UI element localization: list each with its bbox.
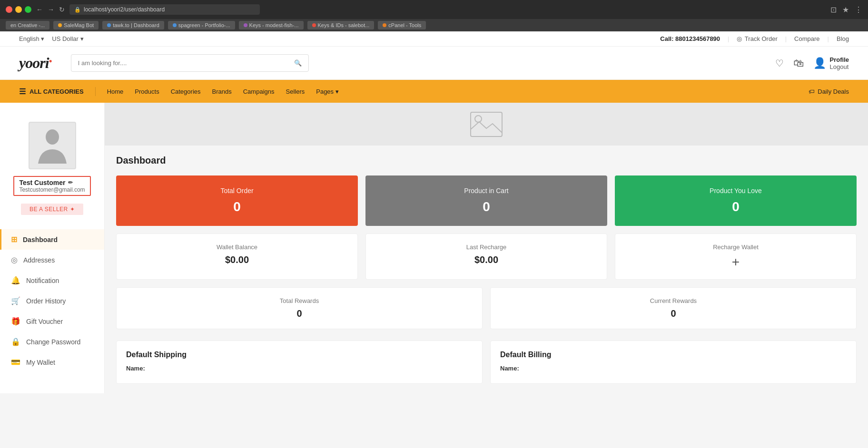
tab-6[interactable]: Keys & IDs - salebot... [307,21,375,29]
sidebar-item-gift-voucher[interactable]: 🎁 Gift Voucher [0,311,104,331]
daily-deals-link[interactable]: 🏷 Daily Deals [809,88,849,95]
header-icons: ♡ 🛍 👤 Profile Logout [775,56,849,70]
compare-link[interactable]: Compare [794,35,819,42]
nav-pages[interactable]: Pages ▾ [316,88,339,95]
recharge-wallet-plus[interactable]: + [625,254,847,270]
cart-icon[interactable]: 🛍 [793,57,804,69]
daily-deals-label: Daily Deals [818,88,849,95]
tab-6-label: Keys & IDs - salebot... [318,22,370,28]
logo[interactable]: yoori● [19,54,52,72]
nav-brands[interactable]: Brands [212,88,232,95]
search-input[interactable] [78,59,290,67]
close-btn[interactable] [6,6,12,13]
billing-name-label: Name: [500,365,519,372]
hamburger-icon: ☰ [19,87,26,96]
wallet-balance-label: Wallet Balance [126,243,348,251]
all-categories-button[interactable]: ☰ ALL CATEGORIES [19,87,96,96]
sidebar-label-my-wallet: My Wallet [26,359,55,366]
browser-bar: ← → ↻ 🔒 localhost/yoori2/user/dashboard … [0,0,868,19]
product-you-love-label: Product You Love [624,187,847,195]
lock-icon: 🔒 [74,7,81,13]
sidebar-label-change-password: Change Password [26,338,80,346]
track-order-link[interactable]: ◎ Track Order [737,35,777,42]
tab-7-icon [383,23,386,27]
shipping-name-label: Name: [126,365,145,372]
tab-7[interactable]: cPanel - Tools [378,21,426,29]
recharge-wallet-card[interactable]: Recharge Wallet + [615,234,857,280]
all-categories-label: ALL CATEGORIES [30,88,84,95]
wallet-balance-card: Wallet Balance $0.00 [116,234,358,280]
sidebar-item-my-wallet[interactable]: 💳 My Wallet [0,352,104,372]
nav-home[interactable]: Home [107,88,124,95]
utility-bar: English ▾ US Dollar ▾ Call: 880123456789… [0,31,868,47]
menu-icon[interactable]: ⋮ [855,5,862,14]
tab-1[interactable]: en Creative -... [6,21,49,29]
billing-name-field: Name: [500,365,847,372]
nav-products[interactable]: Products [135,88,159,95]
browser-controls [6,6,31,13]
tab-6-icon [312,23,316,27]
stat-card-product-in-cart: Product in Cart 0 [365,175,607,226]
stats-row: Total Order 0 Product in Cart 0 Product … [116,175,857,226]
tab-5-icon [244,23,247,27]
utility-left: English ▾ US Dollar ▾ [19,35,84,42]
reload-button[interactable]: ↻ [59,6,65,13]
sidebar-item-dashboard[interactable]: ⊞ Dashboard [0,229,104,250]
sidebar-item-notification[interactable]: 🔔 Notification [0,270,104,291]
default-billing-card: Default Billing Name: [490,341,857,384]
sidebar-label-dashboard: Dashboard [23,236,58,243]
banner-placeholder [105,103,868,146]
gift-voucher-icon: 🎁 [11,317,20,326]
product-in-cart-value: 0 [375,199,598,214]
tab-5[interactable]: Keys - modest-fish-... [239,21,304,29]
address-bar[interactable]: 🔒 localhost/yoori2/user/dashboard [69,4,260,15]
sidebar-item-order-history[interactable]: 🛒 Order History [0,291,104,311]
svg-point-0 [46,129,59,145]
search-icon[interactable]: 🔍 [294,59,302,67]
nav-sellers[interactable]: Sellers [286,88,305,95]
svg-point-2 [475,116,482,122]
total-rewards-value: 0 [126,308,473,319]
browser-tabs: en Creative -... SaleMag Bot tawk.to | D… [0,19,868,31]
sidebar-item-addresses[interactable]: ◎ Addresses [0,250,104,270]
rewards-row: Total Rewards 0 Current Rewards 0 [116,287,857,329]
nav-campaigns[interactable]: Campaigns [243,88,275,95]
total-rewards-label: Total Rewards [126,297,473,304]
utility-right: Call: 8801234567890 | ◎ Track Order | Co… [660,35,849,42]
sidebar-label-order-history: Order History [26,297,66,305]
back-button[interactable]: ← [36,6,43,13]
tab-3[interactable]: tawk.to | Dashboard [102,21,164,29]
maximize-btn[interactable] [25,6,31,13]
wallet-balance-value: $0.00 [126,254,348,265]
shipping-title: Default Shipping [126,351,473,359]
nav-links: Home Products Categories Brands Campaign… [107,88,809,95]
blog-link[interactable]: Blog [837,35,849,42]
tab-2[interactable]: SaleMag Bot [53,21,99,29]
last-recharge-card: Last Recharge $0.00 [365,234,607,280]
be-a-seller-button[interactable]: BE A SELLER ✦ [21,204,83,215]
wishlist-icon[interactable]: ♡ [775,58,784,69]
logout-link[interactable]: Logout [830,63,849,70]
currency-selector[interactable]: US Dollar ▾ [52,35,83,42]
tab-4[interactable]: spagreen - Portfolio-... [168,21,235,29]
current-rewards-value: 0 [500,308,847,319]
language-selector[interactable]: English ▾ [19,35,44,42]
star-icon[interactable]: ★ [842,5,849,14]
nav-categories[interactable]: Categories [171,88,201,95]
tag-icon: 🏷 [809,88,815,95]
header: yoori● 🔍 ♡ 🛍 👤 Profile Logout [0,47,868,80]
my-wallet-icon: 💳 [11,358,20,367]
order-history-icon: 🛒 [11,296,20,305]
cast-icon[interactable]: ⊡ [830,5,837,14]
current-rewards-card: Current Rewards 0 [490,287,857,329]
addresses-icon: ◎ [11,255,18,264]
minimize-btn[interactable] [15,6,22,13]
edit-name-icon[interactable]: ✏ [68,179,73,186]
billing-title: Default Billing [500,351,847,359]
sidebar-label-gift-voucher: Gift Voucher [26,318,63,325]
forward-button[interactable]: → [48,6,54,13]
sidebar-item-change-password[interactable]: 🔒 Change Password [0,331,104,352]
search-bar[interactable]: 🔍 [71,54,309,72]
profile-label[interactable]: Profile [830,56,849,63]
dashboard-content: Dashboard Total Order 0 Product in Cart … [105,103,868,393]
